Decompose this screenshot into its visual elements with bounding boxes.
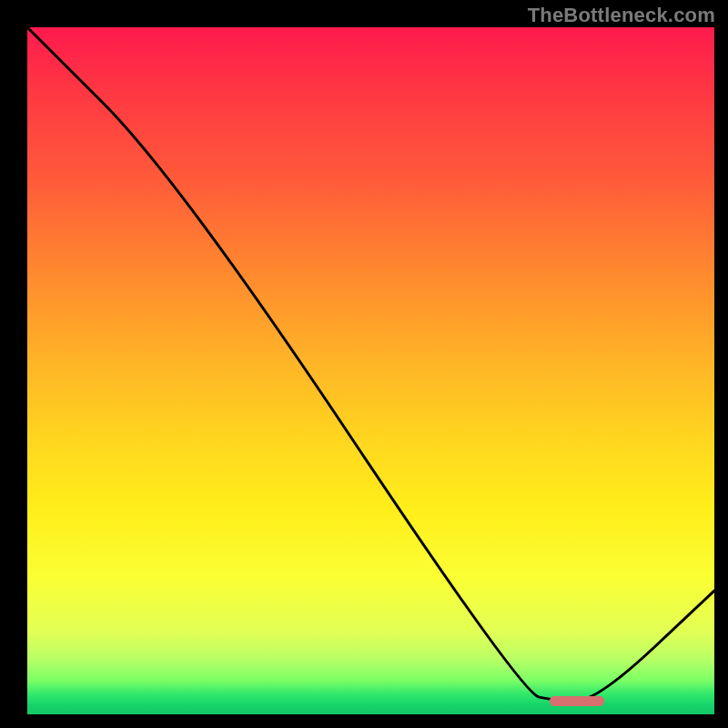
watermark-text: TheBottleneck.com	[528, 4, 715, 27]
bottleneck-curve	[27, 27, 714, 714]
optimal-marker	[550, 696, 604, 706]
plot-area	[27, 27, 714, 714]
bottleneck-curve-path	[27, 27, 714, 701]
chart-frame: TheBottleneck.com	[0, 0, 728, 728]
